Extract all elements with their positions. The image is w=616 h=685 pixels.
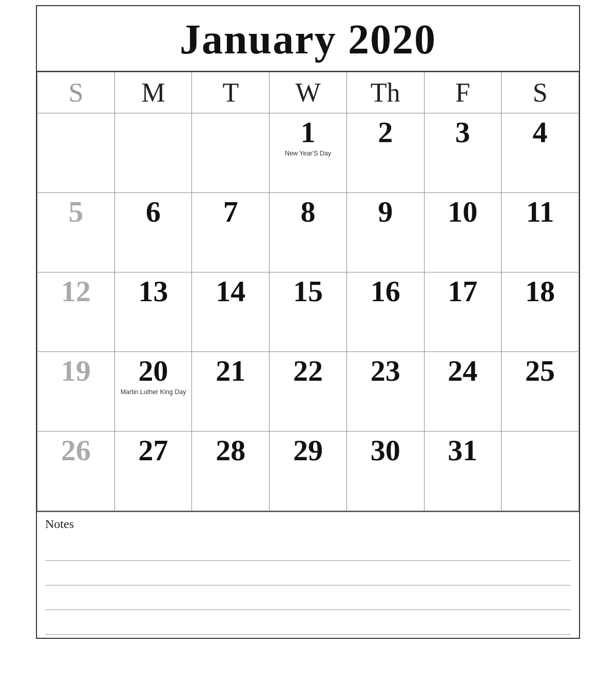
calendar-day-cell: 31 — [424, 432, 502, 511]
calendar-day-cell: 3 — [424, 113, 502, 193]
calendar-week-row: 1New Year'S Day234 — [37, 113, 579, 193]
day-of-week-header: S — [37, 72, 115, 113]
notes-label: Notes — [45, 517, 571, 531]
day-number: 5 — [43, 197, 109, 227]
day-number: 28 — [197, 436, 264, 465]
calendar-day-cell: 16 — [346, 272, 424, 352]
day-number: 7 — [197, 197, 264, 227]
notes-line — [45, 585, 571, 610]
day-number: 9 — [352, 197, 419, 227]
calendar-day-cell: 15 — [270, 272, 347, 352]
notes-lines — [45, 536, 571, 635]
calendar-day-cell: 19 — [37, 352, 115, 432]
calendar-day-cell: 29 — [270, 432, 347, 511]
calendar-day-cell: 25 — [502, 352, 579, 432]
day-number: 10 — [430, 197, 496, 227]
calendar-week-row: 12131415161718 — [37, 272, 579, 352]
calendar-day-cell: 11 — [502, 193, 579, 272]
calendar-day-cell: 1New Year'S Day — [270, 113, 347, 193]
day-number: 11 — [507, 197, 573, 227]
calendar-day-cell: 30 — [346, 432, 424, 511]
day-number: 29 — [275, 436, 341, 465]
day-number: 27 — [120, 436, 187, 465]
day-number: 1 — [275, 118, 341, 147]
calendar-day-cell: 6 — [114, 193, 192, 272]
day-number: 12 — [43, 277, 109, 306]
calendar-day-cell: 24 — [424, 352, 502, 432]
calendar-week-row: 567891011 — [37, 193, 579, 272]
notes-section: Notes — [37, 511, 579, 638]
day-number: 15 — [275, 277, 341, 306]
calendar-header: January 2020 — [37, 6, 579, 72]
calendar-day-cell: 27 — [114, 432, 192, 511]
day-number: 21 — [197, 356, 264, 386]
day-holiday-label: Martin Luther King Day — [120, 388, 187, 396]
day-number: 19 — [43, 356, 109, 386]
day-number: 3 — [430, 118, 496, 147]
calendar-day-cell — [502, 432, 579, 511]
day-number: 24 — [430, 356, 496, 386]
calendar-day-cell: 28 — [192, 432, 270, 511]
calendar-day-cell: 22 — [270, 352, 347, 432]
day-number: 8 — [275, 197, 341, 227]
calendar-day-cell: 17 — [424, 272, 502, 352]
calendar-day-cell: 18 — [502, 272, 579, 352]
calendar-day-cell: 7 — [192, 193, 270, 272]
notes-line — [45, 536, 571, 561]
day-number: 14 — [197, 277, 264, 306]
notes-line — [45, 561, 571, 585]
day-number: 31 — [430, 436, 496, 465]
calendar-day-cell: 26 — [37, 432, 115, 511]
calendar-day-cell: 2 — [346, 113, 424, 193]
calendar-day-cell — [37, 113, 115, 193]
calendar-day-cell: 8 — [270, 193, 347, 272]
calendar-day-cell: 21 — [192, 352, 270, 432]
calendar-day-cell: 9 — [346, 193, 424, 272]
day-of-week-header: M — [114, 72, 192, 113]
calendar-day-cell — [192, 113, 270, 193]
day-number: 23 — [352, 356, 419, 386]
day-number: 18 — [507, 277, 573, 306]
calendar-day-cell: 20Martin Luther King Day — [114, 352, 192, 432]
day-number: 22 — [275, 356, 341, 386]
day-of-week-header: F — [424, 72, 502, 113]
day-number: 16 — [352, 277, 419, 306]
calendar-day-cell: 14 — [192, 272, 270, 352]
notes-line — [45, 610, 571, 635]
calendar-day-cell: 13 — [114, 272, 192, 352]
day-number: 4 — [507, 118, 573, 147]
calendar-week-row: 1920Martin Luther King Day2122232425 — [37, 352, 579, 432]
calendar-container: January 2020 SMTWThFS 1New Year'S Day234… — [36, 5, 580, 639]
day-number: 13 — [120, 277, 187, 306]
day-number: 30 — [352, 436, 419, 465]
day-number: 20 — [120, 356, 187, 386]
day-number: 6 — [120, 197, 187, 227]
calendar-day-cell: 4 — [502, 113, 579, 193]
calendar-day-cell: 12 — [37, 272, 115, 352]
day-number: 2 — [352, 118, 419, 147]
calendar-day-cell: 23 — [346, 352, 424, 432]
calendar-title: January 2020 — [42, 15, 574, 64]
day-of-week-header: T — [192, 72, 270, 113]
day-holiday-label: New Year'S Day — [275, 149, 341, 158]
calendar-day-cell: 5 — [37, 193, 115, 272]
calendar-day-cell: 10 — [424, 193, 502, 272]
day-header-row: SMTWThFS — [37, 72, 579, 113]
day-number: 25 — [507, 356, 573, 386]
day-of-week-header: S — [502, 72, 579, 113]
day-number: 17 — [430, 277, 496, 306]
day-number: 26 — [43, 436, 109, 465]
calendar-grid: SMTWThFS 1New Year'S Day2345678910111213… — [37, 72, 579, 511]
calendar-day-cell — [114, 113, 192, 193]
day-of-week-header: W — [270, 72, 347, 113]
day-of-week-header: Th — [346, 72, 424, 113]
calendar-week-row: 262728293031 — [37, 432, 579, 511]
